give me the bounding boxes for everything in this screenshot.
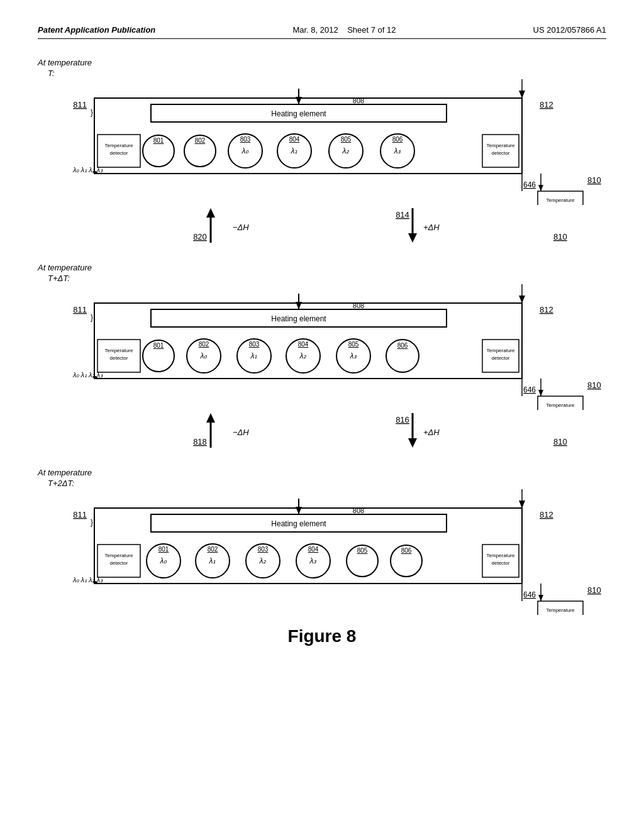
temp-label-2: At temperature [38, 263, 606, 272]
svg-text:805: 805 [348, 341, 359, 348]
svg-text:}: } [91, 313, 93, 322]
svg-text:λ₂: λ₂ [259, 556, 267, 565]
svg-text:λ₃: λ₃ [309, 556, 318, 565]
figure-caption: Figure 8 [38, 626, 606, 646]
svg-text:}: } [91, 108, 93, 117]
svg-marker-90 [538, 390, 543, 396]
svg-text:806: 806 [392, 136, 403, 143]
svg-text:820: 820 [193, 232, 207, 241]
svg-marker-96 [519, 296, 525, 303]
arrows-section-1: 820 −ΔH 814 +ΔH 810 [38, 205, 604, 249]
svg-text:810: 810 [587, 585, 601, 595]
svg-text:Temperature: Temperature [105, 553, 133, 558]
svg-text:818: 818 [193, 437, 207, 446]
svg-text:812: 812 [540, 510, 553, 519]
svg-marker-149 [519, 501, 525, 508]
svg-text:802: 802 [199, 341, 209, 348]
temp-value-3: T+2ΔT: [38, 479, 606, 488]
svg-text:810: 810 [587, 175, 601, 185]
svg-text:646: 646 [523, 180, 536, 189]
svg-text:λ₁: λ₁ [250, 351, 258, 360]
svg-text:λ₀: λ₀ [200, 351, 208, 360]
svg-text:Temperature: Temperature [547, 197, 575, 203]
svg-text:646: 646 [523, 590, 536, 599]
svg-marker-103 [408, 438, 417, 448]
svg-text:803: 803 [249, 341, 260, 348]
diagram-section-1: At temperature T: Heating element 808 Te… [38, 58, 606, 252]
svg-text:detector: detector [110, 355, 128, 361]
svg-text:811: 811 [73, 305, 87, 314]
svg-text:Temperature: Temperature [547, 402, 575, 408]
svg-text:804: 804 [308, 546, 319, 553]
svg-text:Heating element: Heating element [271, 519, 326, 528]
svg-text:−ΔH: −ΔH [233, 428, 249, 437]
svg-marker-5 [296, 97, 302, 104]
diagram-section-2: At temperature T+ΔT: Heating element 808… [38, 263, 606, 456]
svg-text:+ΔH: +ΔH [423, 223, 440, 232]
svg-text:811: 811 [73, 100, 87, 109]
svg-marker-46 [206, 208, 215, 218]
diagram-section-3: At temperature T+2ΔT: Heating element 80… [38, 468, 606, 615]
diagram-2: Heating element 808 Temperature detector… [38, 284, 604, 410]
svg-text:Temperature: Temperature [547, 607, 575, 613]
svg-text:λ₁: λ₁ [209, 556, 216, 565]
svg-text:λ₀: λ₀ [242, 147, 250, 155]
svg-text:λ₂: λ₂ [299, 351, 308, 360]
diagram-3: Heating element 808 Temperature detector… [38, 489, 604, 615]
svg-text:811: 811 [73, 510, 87, 519]
header-patent-number: US 2012/057866 A1 [533, 25, 606, 35]
svg-marker-50 [408, 233, 417, 243]
svg-text:detector: detector [492, 355, 510, 361]
svg-text:−ΔH: −ΔH [233, 223, 249, 232]
svg-text:Heating element: Heating element [271, 109, 326, 118]
svg-text:808: 808 [353, 97, 364, 104]
svg-text:detector: detector [110, 560, 128, 566]
svg-text:}: } [91, 518, 93, 527]
svg-text:805: 805 [357, 547, 368, 554]
svg-text:816: 816 [396, 415, 409, 424]
svg-marker-99 [206, 413, 215, 423]
svg-text:810: 810 [587, 380, 601, 390]
svg-text:detector: detector [110, 150, 128, 156]
svg-text:814: 814 [396, 210, 409, 219]
svg-text:λ₁: λ₁ [291, 147, 298, 155]
svg-marker-37 [538, 185, 543, 191]
header-date: Mar. 8, 2012 Sheet 7 of 12 [292, 25, 396, 35]
svg-text:806: 806 [397, 342, 408, 349]
svg-text:Temperature: Temperature [487, 143, 515, 148]
svg-text:808: 808 [353, 302, 364, 309]
svg-text:λ₃: λ₃ [350, 351, 358, 360]
svg-text:801: 801 [153, 137, 164, 144]
temp-value-2: T+ΔT: [38, 274, 606, 283]
svg-marker-111 [296, 507, 302, 514]
svg-marker-43 [519, 91, 525, 98]
svg-text:λ₂: λ₂ [342, 147, 350, 155]
svg-text:646: 646 [523, 385, 536, 394]
svg-text:810: 810 [553, 437, 567, 446]
temp-label-3: At temperature [38, 468, 606, 477]
svg-text:λ₃: λ₃ [394, 147, 402, 155]
svg-marker-143 [538, 595, 543, 601]
svg-text:Temperature: Temperature [105, 348, 133, 353]
svg-text:808: 808 [353, 507, 364, 514]
svg-text:detector: detector [492, 150, 510, 156]
svg-text:802: 802 [208, 546, 218, 553]
svg-text:Temperature: Temperature [105, 143, 133, 148]
page-header: Patent Application Publication Mar. 8, 2… [38, 25, 606, 39]
svg-text:803: 803 [240, 136, 251, 143]
page: Patent Application Publication Mar. 8, 2… [0, 0, 644, 830]
svg-text:+ΔH: +ΔH [423, 428, 440, 437]
temp-label-1: At temperature [38, 58, 606, 67]
svg-text:805: 805 [341, 136, 352, 143]
svg-text:801: 801 [153, 342, 164, 349]
svg-text:detector: detector [492, 560, 510, 566]
svg-text:Heating element: Heating element [271, 314, 326, 323]
svg-text:λ₀ λ₁ λ₂ λ₃: λ₀ λ₁ λ₂ λ₃ [72, 371, 103, 379]
svg-text:803: 803 [258, 546, 269, 553]
svg-text:λ₀: λ₀ [160, 556, 168, 565]
svg-text:810: 810 [553, 232, 567, 241]
svg-marker-58 [296, 302, 302, 309]
svg-text:Temperature: Temperature [487, 553, 515, 558]
svg-text:812: 812 [540, 100, 553, 109]
svg-text:Temperature: Temperature [487, 348, 515, 353]
